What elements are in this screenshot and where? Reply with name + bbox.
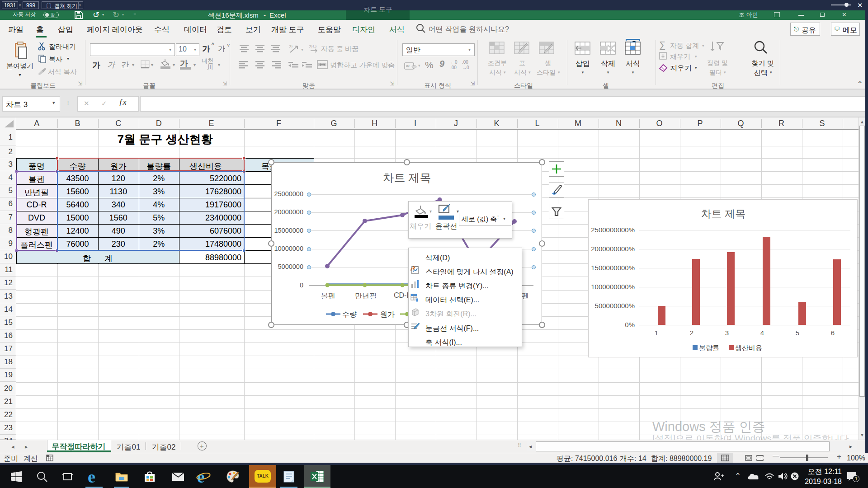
svg-text:가나: 가나 [309, 44, 317, 49]
svg-text:가: 가 [289, 44, 293, 49]
svg-text:₩: ₩ [406, 64, 410, 68]
